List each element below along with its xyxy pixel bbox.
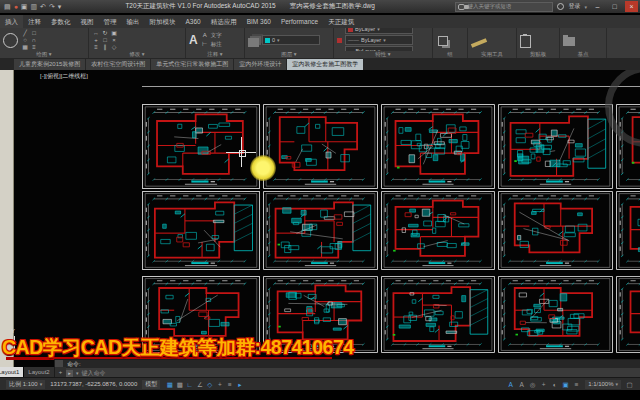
file-tab-1[interactable]: 农村住宅空间设计图 <box>86 59 150 70</box>
panel-label-clipboard[interactable]: 剪贴板 <box>517 51 559 58</box>
circle-tool-icon[interactable] <box>3 33 18 48</box>
panel-label-groups[interactable]: 组 <box>433 51 467 58</box>
fillet-icon[interactable]: ◇ <box>110 44 118 51</box>
trim-icon[interactable]: ▣ <box>110 30 118 37</box>
panel-label-draw[interactable]: 绘图 ▾ <box>0 51 88 58</box>
dynamic-input-icon[interactable]: ▸ <box>235 379 244 390</box>
ribbon-tab-1[interactable]: 注释 <box>23 15 46 28</box>
ribbon-panel-modify: ↔↻▣+□×≡∥◇ 修改 ▾ <box>89 28 186 58</box>
copy-icon[interactable]: + <box>92 37 100 44</box>
panel-label-basepoint[interactable]: 基点 <box>560 51 606 58</box>
layout-tab-2[interactable]: + <box>55 367 67 377</box>
workspace-gear-icon[interactable]: ◎ <box>528 379 537 390</box>
scale-control[interactable]: 比例 1:100▾ <box>6 380 45 389</box>
panel-label-utilities[interactable]: 实用工具 <box>468 51 516 58</box>
ribbon-tab-8[interactable]: 精选应用 <box>206 15 242 28</box>
app-menu-icon[interactable]: ▤ <box>4 2 11 11</box>
basepoint-icon[interactable] <box>563 37 575 46</box>
annotation-scale-control[interactable]: 1:1/100%▾ <box>585 380 621 389</box>
bottom-black-strip <box>0 390 640 400</box>
text-tool[interactable]: A文字 <box>201 32 222 40</box>
rotate-icon[interactable]: ↻ <box>101 30 109 37</box>
panel-label-properties[interactable]: 特性 ▾ <box>334 51 432 58</box>
redo-icon[interactable]: ↷ <box>49 2 55 11</box>
title-bar-right: 键入关键字或短语 登录 ▾ – □ × <box>455 1 640 12</box>
ribbon-tab-6[interactable]: 附加模块 <box>145 15 181 28</box>
file-tab-3[interactable]: 室内外环境设计 <box>234 59 286 70</box>
fullscreen-icon[interactable]: ▢ <box>625 379 634 390</box>
text-tool-icon[interactable]: A <box>189 34 198 47</box>
qat-caret-icon[interactable]: ▾ <box>58 2 62 11</box>
crosshair-box <box>239 150 246 157</box>
arc-icon[interactable]: ∩ <box>30 37 38 44</box>
layer-properties-icon[interactable] <box>248 38 259 47</box>
polyline-icon[interactable]: ≡ <box>30 44 38 51</box>
array-icon[interactable]: ≡ <box>92 44 100 51</box>
ribbon-tab-9[interactable]: BIM 360 <box>242 15 276 28</box>
undo-icon[interactable]: ↶ <box>40 2 46 11</box>
signin-button[interactable]: 登录 <box>568 2 580 11</box>
file-tab-4[interactable]: 室内装修全套施工图教学 <box>287 59 363 70</box>
offset-icon[interactable]: ∥ <box>101 44 109 51</box>
close-button[interactable]: × <box>625 1 638 12</box>
print-icon[interactable]: ▥ <box>30 2 37 11</box>
measure-icon[interactable] <box>471 38 487 48</box>
panel-label-annotate[interactable]: 注释 ▾ <box>186 51 244 58</box>
command-customize-icon[interactable]: ▸ <box>66 370 73 377</box>
plus-icon[interactable]: + <box>539 379 548 390</box>
ribbon-tab-3[interactable]: 视图 <box>76 15 99 28</box>
model-space-button[interactable]: 模型 <box>142 380 160 389</box>
ribbon-tab-5[interactable]: 输出 <box>122 15 145 28</box>
drawing-area[interactable]: [-][俯视][二维线框] Y CAD学习CAD天正建筑等加群:48741067… <box>0 70 640 377</box>
layer-dropdown[interactable]: 0 ▾ <box>262 35 320 45</box>
file-tab-0[interactable]: 儿童房案例2015装修图 <box>14 59 85 70</box>
lineweight-icon[interactable]: ≡ <box>225 379 234 390</box>
file-tab-2[interactable]: 单元式住宅日常装修施工图 <box>151 59 233 70</box>
hatch-icon[interactable]: ▦ <box>21 44 29 51</box>
ribbon-tab-2[interactable]: 参数化 <box>46 15 76 28</box>
ribbon-tab-7[interactable]: A360 <box>181 15 206 28</box>
panel-label-layers[interactable]: 图层 ▾ <box>245 51 333 58</box>
isolate-icon[interactable]: ◐ <box>550 379 559 390</box>
ribbon-tab-10[interactable]: Performance <box>276 15 323 28</box>
panel-label-modify[interactable]: 修改 ▾ <box>89 51 185 58</box>
maximize-button[interactable]: □ <box>608 1 621 12</box>
customize-icon[interactable]: ≡ <box>572 379 581 390</box>
save-icon[interactable]: ▣ <box>21 2 28 11</box>
annotation-visibility-icon[interactable]: A <box>506 379 515 390</box>
circle-icon[interactable]: ○ <box>21 37 29 44</box>
grid-icon[interactable]: ▦ <box>165 379 174 390</box>
polar-icon[interactable]: ∠ <box>195 379 204 390</box>
layout-tab-1[interactable]: Layout2 <box>24 367 53 377</box>
app-logo-icon[interactable]: ● <box>14 2 18 11</box>
ortho-icon[interactable]: ∟ <box>185 379 194 390</box>
erase-icon[interactable]: × <box>110 37 118 44</box>
line-icon[interactable]: ╱ <box>21 30 29 37</box>
color-dropdown[interactable]: ByLayer▾ <box>345 28 413 34</box>
signin-caret-icon[interactable]: ▾ <box>584 4 587 10</box>
ribbon-tab-0[interactable]: 插入 <box>0 15 23 28</box>
rectangle-icon[interactable]: □ <box>30 30 38 37</box>
autoscale-icon[interactable]: A <box>517 379 526 390</box>
otrack-icon[interactable]: + <box>215 379 224 390</box>
search-input[interactable]: 键入关键字或短语 <box>455 2 553 12</box>
clean-screen-icon[interactable]: ▣ <box>561 379 570 390</box>
command-caret-icon[interactable]: ▾ <box>76 370 79 376</box>
viewport-controls[interactable]: [-][俯视][二维线框] <box>40 72 88 81</box>
search-placeholder: 键入关键字或短语 <box>467 3 511 10</box>
object-color-icon[interactable] <box>337 38 342 43</box>
group-icon[interactable] <box>438 36 448 46</box>
command-history: 命令: <box>63 360 640 368</box>
snap-icon[interactable]: ▩ <box>175 379 184 390</box>
linetype-dropdown[interactable]: ——ByLayer▾ <box>345 35 413 45</box>
stretch-icon[interactable]: □ <box>101 37 109 44</box>
dimension-tool[interactable]: ⊢标注 <box>201 41 222 49</box>
move-icon[interactable]: ↔ <box>92 30 100 37</box>
layout-tab-0[interactable]: Layout1 <box>0 367 23 377</box>
ribbon-tab-4[interactable]: 管理 <box>99 15 122 28</box>
clipboard-icon[interactable] <box>520 35 531 48</box>
ribbon-tab-11[interactable]: 天正建筑 <box>323 15 359 28</box>
command-window[interactable]: ⊢ 命令: ▸ ▾ 键入命令 <box>54 359 640 379</box>
osnap-icon[interactable]: ◇ <box>205 379 214 390</box>
minimize-button[interactable]: – <box>591 1 604 12</box>
